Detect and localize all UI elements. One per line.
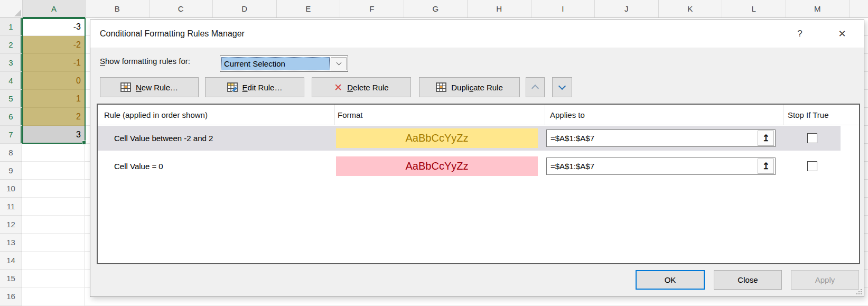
cell-a11[interactable] [22, 198, 85, 216]
apply-button[interactable]: Apply [791, 270, 859, 290]
row-header-12[interactable]: 12 [0, 216, 22, 234]
dialog-titlebar[interactable]: Conditional Formatting Rules Manager ? ✕ [90, 20, 864, 48]
header-format: Format [338, 105, 363, 125]
resize-grip[interactable] [855, 288, 862, 294]
row-header-8[interactable]: 8 [0, 144, 22, 162]
stop-if-true-checkbox[interactable] [807, 161, 817, 171]
fill-handle[interactable] [82, 141, 86, 145]
column-header-j[interactable]: J [595, 0, 659, 17]
row-header-16[interactable]: 16 [0, 288, 22, 305]
close-button[interactable]: Close [714, 270, 782, 290]
select-all-corner[interactable] [0, 0, 23, 17]
rule-row-equals-zero[interactable]: Cell Value = 0 AaBbCcYyZz =$A$1:$A$7 ↥ [98, 154, 841, 179]
row-header-14[interactable]: 14 [0, 252, 22, 270]
ok-button[interactable]: OK [636, 270, 705, 290]
header-divider [545, 105, 545, 125]
cell-a13[interactable] [22, 234, 85, 252]
column-a-cells: -3-2-10123 [22, 18, 85, 306]
column-header-l[interactable]: L [722, 0, 786, 17]
column-header-e[interactable]: E [277, 0, 341, 17]
header-applies-to: Applies to [550, 105, 585, 125]
header-rule: Rule (applied in order shown) [104, 105, 208, 125]
column-header-f[interactable]: F [340, 0, 404, 17]
edit-rule-button[interactable]: Edit Rule… [205, 77, 304, 97]
row-header-9[interactable]: 9 [0, 162, 22, 180]
duplicate-rule-grid-icon [436, 82, 446, 92]
delete-rule-label: Delete Rule [347, 83, 388, 92]
row-header-11[interactable]: 11 [0, 198, 22, 216]
cell-a7[interactable]: 3 [22, 126, 85, 144]
move-rule-up-button[interactable] [526, 77, 545, 97]
dropdown-selected-value: Current Selection [221, 57, 330, 70]
delete-x-icon: ✕ [334, 82, 342, 92]
help-button[interactable]: ? [792, 26, 807, 41]
dialog-close-button[interactable]: ✕ [835, 26, 850, 41]
show-rules-label: Show formatting rules for: [100, 57, 190, 66]
cell-a14[interactable] [22, 252, 85, 270]
column-header-i[interactable]: I [531, 0, 595, 17]
column-headers: ABCDEFGHIJKLM [0, 0, 868, 18]
new-rule-button[interactable]: New Rule… [100, 77, 199, 97]
cell-a16[interactable] [22, 288, 85, 305]
column-header-d[interactable]: D [213, 0, 277, 17]
row-header-6[interactable]: 6 [0, 108, 22, 126]
cell-a10[interactable] [22, 180, 85, 198]
row-header-3[interactable]: 3 [0, 54, 22, 72]
row-header-5[interactable]: 5 [0, 90, 22, 108]
column-header-b[interactable]: B [86, 0, 150, 17]
row-header-2[interactable]: 2 [0, 36, 22, 54]
row-header-15[interactable]: 15 [0, 270, 22, 288]
cell-a3[interactable]: -1 [22, 54, 85, 72]
row-header-1[interactable]: 1 [0, 18, 22, 36]
edit-rule-label: Edit Rule… [242, 83, 283, 92]
rule-name: Cell Value between -2 and 2 [114, 126, 213, 151]
header-divider [783, 105, 783, 125]
column-header-partial[interactable] [850, 0, 868, 17]
column-header-h[interactable]: H [468, 0, 531, 17]
applies-to-input[interactable]: =$A$1:$A$7 ↥ [546, 157, 776, 175]
dialog-title: Conditional Formatting Rules Manager [100, 20, 245, 48]
cell-a4[interactable]: 0 [22, 72, 85, 90]
cell-a15[interactable] [22, 270, 85, 288]
duplicate-rule-button[interactable]: Duplicate Rule [419, 77, 520, 97]
cell-a6[interactable]: 2 [22, 108, 85, 126]
cell-a1[interactable]: -3 [22, 18, 85, 36]
stop-if-true-checkbox[interactable] [807, 133, 817, 143]
header-divider [334, 105, 335, 125]
collapse-dialog-button[interactable]: ↥ [758, 131, 774, 146]
rule-row-between[interactable]: Cell Value between -2 and 2 AaBbCcYyZz =… [98, 126, 841, 151]
help-icon: ? [797, 29, 802, 39]
chevron-up-icon [531, 85, 539, 92]
cell-a9[interactable] [22, 162, 85, 180]
column-header-m[interactable]: M [786, 0, 850, 17]
edit-rule-pencil-icon [227, 82, 238, 92]
cell-a8[interactable] [22, 144, 85, 162]
collapse-dialog-button[interactable]: ↥ [758, 159, 774, 174]
new-rule-grid-icon [120, 82, 131, 92]
rule-name: Cell Value = 0 [114, 154, 163, 179]
row-header-7[interactable]: 7 [0, 126, 22, 144]
cell-a5[interactable]: 1 [22, 90, 85, 108]
applies-to-value: =$A$1:$A$7 [547, 134, 758, 143]
collapse-range-icon: ↥ [762, 133, 769, 144]
column-header-c[interactable]: C [150, 0, 213, 17]
excel-screen: ABCDEFGHIJKLM 12345678910111213141516 -3… [0, 0, 868, 306]
show-rules-dropdown[interactable]: Current Selection [220, 55, 348, 72]
header-stop-if-true: Stop If True [788, 105, 829, 125]
column-header-k[interactable]: K [659, 0, 723, 17]
cell-a12[interactable] [22, 216, 85, 234]
row-header-13[interactable]: 13 [0, 234, 22, 252]
dropdown-arrow-button[interactable] [331, 57, 347, 70]
delete-rule-button[interactable]: ✕ Delete Rule [312, 77, 411, 97]
column-header-g[interactable]: G [404, 0, 468, 17]
move-rule-down-button[interactable] [552, 77, 572, 97]
chevron-down-icon [336, 60, 341, 66]
cell-a2[interactable]: -2 [22, 36, 85, 54]
row-header-4[interactable]: 4 [0, 72, 22, 90]
column-header-a[interactable]: A [23, 0, 86, 17]
close-icon: ✕ [838, 28, 846, 40]
rules-list-header: Rule (applied in order shown) Format App… [98, 105, 859, 125]
applies-to-input[interactable]: =$A$1:$A$7 ↥ [546, 129, 776, 147]
rule-format-preview: AaBbCcYyZz [336, 156, 538, 176]
row-header-10[interactable]: 10 [0, 180, 22, 198]
